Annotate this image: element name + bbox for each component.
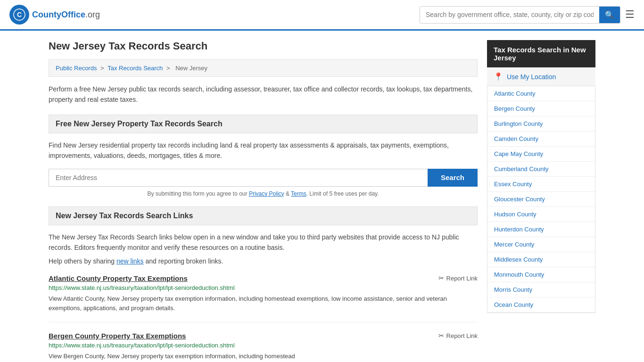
sidebar-item-county-4: Cape May County [487,147,595,162]
links-section-header: New Jersey Tax Records Search Links [49,206,478,225]
hamburger-menu-button[interactable]: ☰ [625,8,635,21]
breadcrumb-link-public-records[interactable]: Public Records [56,65,97,72]
sidebar-item-county-8: Hudson County [487,207,595,222]
svg-text:C: C [17,11,22,18]
main-container: New Jersey Tax Records Search Public Rec… [39,31,605,362]
link-item: Bergen County Property Tax Exemptions ✂ … [49,332,478,362]
link-item-title-0[interactable]: Atlantic County Property Tax Exemptions [49,274,188,282]
location-pin-icon: 📍 [494,72,503,81]
sidebar-item-county-3: Camden County [487,132,595,147]
county-list: Atlantic CountyBergen CountyBurlington C… [487,86,595,313]
county-link-12[interactable]: Monmouth County [487,267,595,282]
county-link-5[interactable]: Cumberland County [487,162,595,176]
property-section-desc: Find New Jersey residential property tax… [49,140,478,161]
report-link-button-1[interactable]: ✂ Report Link [438,332,478,339]
link-items-container: Atlantic County Property Tax Exemptions … [49,274,478,362]
new-links-link[interactable]: new links [116,257,144,265]
link-item-url-0: https://www.state.nj.us/treasury/taxatio… [49,284,478,291]
link-item-header: Atlantic County Property Tax Exemptions … [49,274,478,282]
county-link-11[interactable]: Middlesex County [487,252,595,267]
sidebar-item-county-9: Hunterdon County [487,222,595,237]
form-disclaimer: By submitting this form you agree to our… [49,190,478,197]
logo-text: CountyOffice.org [32,10,100,20]
use-my-location[interactable]: 📍 Use My Location [487,67,595,86]
header-search-container: 🔍 [420,6,620,24]
link-item-url-1: https://www.state.nj.us/treasury/taxatio… [49,342,478,349]
address-input[interactable] [49,169,428,187]
logo-icon: C [9,5,29,25]
sidebar-title: Tax Records Search in New Jersey [487,40,595,67]
county-link-14[interactable]: Ocean County [487,297,595,312]
content-area: New Jersey Tax Records Search Public Rec… [49,40,478,362]
breadcrumb: Public Records > Tax Records Search > Ne… [49,59,478,77]
links-share-text: Help others by sharing new links and rep… [49,257,478,265]
county-link-2[interactable]: Burlington County [487,116,595,131]
sidebar-item-county-5: Cumberland County [487,162,595,177]
link-item-desc-0: View Atlantic County, New Jersey propert… [49,294,478,313]
links-section-desc: The New Jersey Tax Records Search links … [49,232,478,253]
county-link-6[interactable]: Essex County [487,177,595,191]
county-link-8[interactable]: Hudson County [487,207,595,222]
property-section-header: Free New Jersey Property Tax Records Sea… [49,115,478,133]
county-link-9[interactable]: Hunterdon County [487,222,595,237]
county-link-4[interactable]: Cape May County [487,147,595,161]
link-item-desc-1: View Bergen County, New Jersey property … [49,352,478,361]
link-item-header: Bergen County Property Tax Exemptions ✂ … [49,332,478,340]
sidebar-item-county-2: Burlington County [487,116,595,132]
sidebar-item-county-12: Monmouth County [487,267,595,282]
link-item: Atlantic County Property Tax Exemptions … [49,274,478,322]
use-my-location-link[interactable]: Use My Location [507,73,556,81]
link-item-title-1[interactable]: Bergen County Property Tax Exemptions [49,332,186,340]
property-search-button[interactable]: Search [428,169,478,187]
county-link-1[interactable]: Bergen County [487,101,595,116]
site-header: C CountyOffice.org 🔍 ☰ [0,0,644,31]
header-right: 🔍 ☰ [420,6,635,24]
county-link-3[interactable]: Camden County [487,132,595,146]
header-search-button[interactable]: 🔍 [599,7,620,23]
sidebar-item-county-11: Middlesex County [487,252,595,267]
sidebar-item-county-1: Bergen County [487,101,595,116]
report-link-button-0[interactable]: ✂ Report Link [438,274,478,282]
page-title: New Jersey Tax Records Search [49,40,478,52]
page-description: Perform a free New Jersey public tax rec… [49,84,478,105]
county-link-0[interactable]: Atlantic County [487,86,595,101]
terms-link[interactable]: Terms [291,190,306,197]
logo[interactable]: C CountyOffice.org [9,5,100,25]
sidebar-item-county-6: Essex County [487,177,595,192]
header-search-input[interactable] [420,7,599,22]
sidebar-item-county-7: Gloucester County [487,192,595,207]
sidebar-item-county-13: Morris County [487,282,595,297]
breadcrumb-link-tax-records[interactable]: Tax Records Search [107,65,163,72]
scissors-icon: ✂ [438,332,444,339]
sidebar: Tax Records Search in New Jersey 📍 Use M… [487,40,595,362]
sidebar-item-county-10: Mercer County [487,237,595,252]
sidebar-item-county-14: Ocean County [487,297,595,313]
property-search-form: Search [49,169,478,187]
breadcrumb-current: New Jersey [175,65,207,72]
county-link-10[interactable]: Mercer County [487,237,595,252]
county-link-13[interactable]: Morris County [487,282,595,297]
privacy-policy-link[interactable]: Privacy Policy [249,190,284,197]
scissors-icon: ✂ [438,274,444,282]
sidebar-item-county-0: Atlantic County [487,86,595,101]
county-link-7[interactable]: Gloucester County [487,192,595,206]
